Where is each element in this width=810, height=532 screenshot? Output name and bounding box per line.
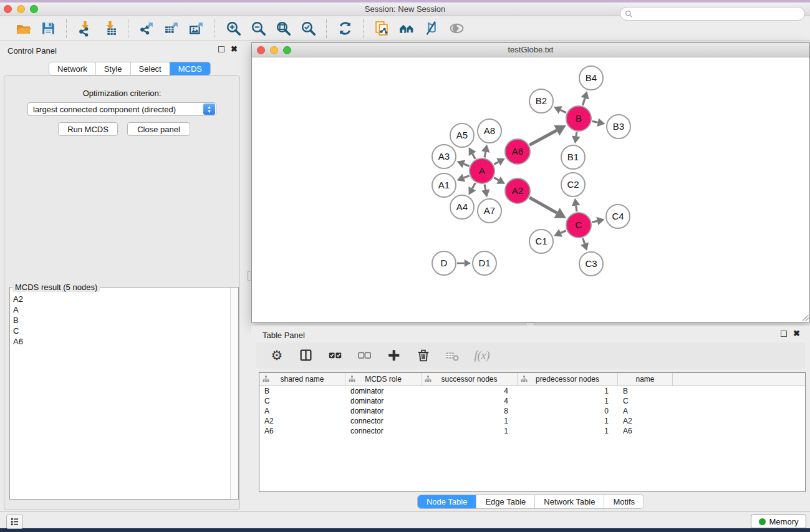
table-cell[interactable]: A2: [259, 416, 345, 426]
graph-node-B2[interactable]: B2: [529, 89, 553, 113]
graph-edge-B-B1[interactable]: [572, 132, 580, 143]
table-cell[interactable]: 1: [422, 426, 518, 436]
column-header-successor-nodes[interactable]: successor nodes: [422, 373, 518, 385]
first-neighbors-icon[interactable]: [396, 19, 417, 38]
graph-node-B1[interactable]: B1: [561, 145, 585, 169]
table-cell[interactable]: A: [618, 406, 673, 416]
tab-mcds[interactable]: MCDS: [170, 62, 210, 75]
table-cell[interactable]: 4: [422, 386, 518, 396]
table-cell[interactable]: dominator: [345, 386, 422, 396]
table-cell[interactable]: 1: [518, 396, 618, 406]
graph-edge-B-B3[interactable]: [592, 118, 605, 127]
import-network-icon[interactable]: [74, 19, 95, 38]
table-cell[interactable]: connector: [345, 426, 422, 436]
table-cell[interactable]: dominator: [345, 406, 422, 416]
result-scrollbar[interactable]: [230, 288, 238, 499]
graph-node-A6[interactable]: A6: [505, 139, 530, 164]
delete-table-icon[interactable]: [441, 345, 465, 366]
zoom-selected-icon[interactable]: [297, 19, 319, 38]
table-cell[interactable]: 1: [518, 426, 618, 436]
close-panel-icon[interactable]: ✖: [231, 46, 238, 52]
tab-motifs[interactable]: Motifs: [604, 495, 644, 508]
result-item[interactable]: A6: [11, 336, 230, 347]
table-row[interactable]: Bdominator41B: [259, 386, 805, 396]
column-header-MCDS-role[interactable]: MCDS role: [345, 373, 422, 385]
table-cell[interactable]: A6: [618, 426, 673, 436]
graph-edge-A6-B[interactable]: [529, 125, 566, 145]
tab-select[interactable]: Select: [130, 62, 170, 75]
export-image-icon[interactable]: [186, 19, 207, 38]
vertical-divider-handle[interactable]: [247, 271, 251, 281]
zoom-out-icon[interactable]: [248, 19, 269, 38]
apply-layout-icon[interactable]: [334, 19, 355, 38]
save-session-icon[interactable]: [37, 19, 59, 38]
delete-icon[interactable]: [412, 345, 435, 366]
column-header-name[interactable]: name: [618, 373, 673, 385]
table-cell[interactable]: C: [259, 396, 345, 406]
graph-node-C3[interactable]: C3: [579, 252, 603, 276]
search-field[interactable]: [620, 7, 805, 21]
graph-edge-A-A8[interactable]: [481, 145, 489, 158]
task-history-button[interactable]: [6, 515, 23, 529]
graph-edge-A-A7[interactable]: [481, 185, 489, 198]
graph-edge-A-A6[interactable]: [494, 158, 504, 166]
graph-node-B3[interactable]: B3: [607, 115, 630, 138]
import-table-icon[interactable]: [99, 19, 120, 38]
network-from-selection-icon[interactable]: [371, 19, 392, 38]
optimization-select[interactable]: largest connected component (directed) ▲…: [27, 102, 216, 116]
table-cell[interactable]: B: [618, 386, 673, 396]
table-cell[interactable]: 1: [422, 416, 518, 426]
graph-edge-C-C4[interactable]: [592, 217, 604, 225]
float-table-panel-icon[interactable]: [781, 331, 787, 337]
table-cell[interactable]: 1: [518, 416, 618, 426]
export-table-icon[interactable]: [161, 19, 182, 38]
graph-node-D[interactable]: D: [432, 251, 456, 275]
graph-node-C1[interactable]: C1: [529, 230, 553, 253]
columns-icon[interactable]: [294, 345, 318, 366]
settings-icon[interactable]: ⚙: [265, 345, 289, 366]
deselect-all-icon[interactable]: [353, 345, 377, 366]
graph-edge-D-D1[interactable]: [457, 259, 471, 267]
table-row[interactable]: Adominator80A: [259, 406, 805, 416]
tab-node-table[interactable]: Node Table: [418, 495, 476, 508]
graph-node-C2[interactable]: C2: [561, 173, 585, 196]
run-mcds-button[interactable]: Run MCDS: [58, 122, 118, 136]
export-network-icon[interactable]: [136, 19, 157, 38]
table-cell[interactable]: 1: [518, 386, 618, 396]
tab-network-table[interactable]: Network Table: [534, 495, 604, 508]
network-canvas[interactable]: B4B2BB3A5A8A6A3B1AA1C2A2A4A7C4CC1C3DD1: [252, 57, 809, 322]
close-panel-button[interactable]: Close panel: [127, 122, 190, 136]
zoom-in-icon[interactable]: [223, 19, 244, 38]
table-cell[interactable]: B: [259, 386, 345, 396]
tab-network[interactable]: Network: [49, 62, 95, 75]
table-cell[interactable]: C: [618, 396, 673, 406]
graph-node-A4[interactable]: A4: [450, 195, 474, 219]
table-cell[interactable]: A2: [618, 416, 673, 426]
table-cell[interactable]: 4: [422, 396, 518, 406]
table-cell[interactable]: A6: [259, 426, 345, 436]
graph-node-A1[interactable]: A1: [432, 173, 456, 197]
zoom-fit-icon[interactable]: [272, 19, 294, 38]
mcds-result-list[interactable]: A2ABCA6: [11, 294, 230, 498]
table-cell[interactable]: dominator: [345, 396, 422, 406]
graph-edge-A-A4[interactable]: [468, 183, 476, 195]
result-item[interactable]: A2: [11, 294, 230, 304]
open-session-icon[interactable]: [12, 19, 34, 38]
graph-node-B4[interactable]: B4: [579, 66, 603, 90]
graph-node-C4[interactable]: C4: [606, 205, 630, 228]
column-header-shared-name[interactable]: shared name: [259, 373, 345, 385]
graph-edge-B-B4[interactable]: [581, 91, 589, 105]
result-item[interactable]: A: [11, 304, 230, 315]
float-panel-icon[interactable]: [218, 46, 224, 52]
close-table-panel-icon[interactable]: ✖: [793, 331, 800, 337]
table-cell[interactable]: A: [259, 406, 345, 416]
graph-node-A8[interactable]: A8: [478, 119, 501, 143]
graph-edge-C-C2[interactable]: [572, 198, 580, 211]
graph-node-D1[interactable]: D1: [473, 251, 496, 275]
graph-edge-C-C1[interactable]: [554, 229, 566, 236]
table-row[interactable]: A2connector11A2: [259, 416, 805, 426]
graph-node-A2[interactable]: A2: [505, 178, 530, 203]
table-row[interactable]: A6connector11A6: [259, 426, 805, 436]
table-cell[interactable]: 8: [422, 406, 518, 416]
tab-edge-table[interactable]: Edge Table: [476, 495, 534, 508]
